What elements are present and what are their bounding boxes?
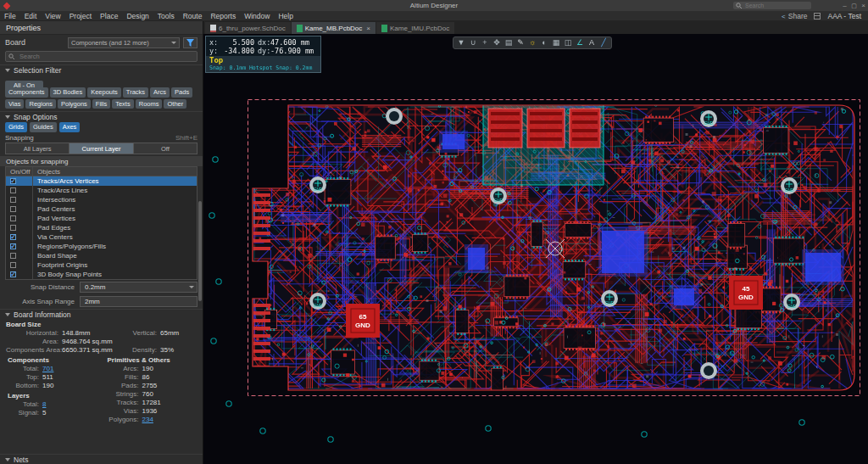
filter-button-keepouts[interactable]: Keepouts bbox=[87, 87, 121, 98]
snap-checkbox[interactable] bbox=[10, 243, 16, 249]
minimize-button[interactable] bbox=[840, 0, 849, 11]
menu-item-reports[interactable]: Reports bbox=[206, 12, 240, 20]
stat-link[interactable]: 701 bbox=[42, 365, 53, 373]
close-button[interactable] bbox=[859, 0, 868, 11]
panel-scrollbar-thumb[interactable] bbox=[198, 201, 202, 301]
stat-label: Tracks: bbox=[102, 399, 142, 407]
filter-button-fills[interactable]: Fills bbox=[92, 99, 110, 109]
section-nets[interactable]: Nets bbox=[0, 454, 203, 464]
snap-object-row[interactable]: Via Centers bbox=[6, 232, 197, 242]
section-snap-options[interactable]: Snap Options bbox=[0, 111, 203, 121]
menu-item-design[interactable]: Design bbox=[122, 12, 153, 20]
workspace-layout-icon[interactable] bbox=[814, 13, 821, 20]
filter-button-vias[interactable]: Vias bbox=[5, 99, 24, 109]
stat-link[interactable]: 8 bbox=[42, 400, 46, 409]
axis-snap-range-row: Axis Snap Range bbox=[0, 294, 203, 309]
chevron-down-icon[interactable] bbox=[189, 286, 194, 288]
panel-header[interactable]: Properties bbox=[0, 21, 203, 35]
filter-button-pads[interactable]: Pads bbox=[171, 87, 192, 98]
bulb-icon[interactable]: ☼ bbox=[528, 37, 537, 48]
schematic-doc-icon bbox=[210, 25, 216, 32]
tab-close-icon[interactable] bbox=[366, 25, 370, 32]
snap-object-row[interactable]: Tracks/Arcs Vertices bbox=[6, 176, 197, 186]
section-selection-filter[interactable]: Selection Filter bbox=[0, 64, 203, 75]
snapping-mode-all-layers[interactable]: All Layers bbox=[6, 143, 70, 154]
contrast-icon[interactable]: ◐ bbox=[540, 37, 548, 48]
snap-checkbox[interactable] bbox=[10, 262, 16, 268]
menu-item-route[interactable]: Route bbox=[179, 12, 207, 20]
hud-dx-value: 47.600 mm bbox=[270, 38, 309, 47]
filter-button-3d-bodies[interactable]: 3D Bodies bbox=[50, 87, 86, 98]
panel-search-input[interactable] bbox=[18, 52, 194, 61]
axis-snap-range-input[interactable] bbox=[80, 296, 198, 307]
snap-checkbox[interactable] bbox=[10, 234, 16, 240]
filter-button-other[interactable]: Other bbox=[164, 99, 186, 109]
snap-object-row[interactable]: Board Shape bbox=[6, 251, 197, 260]
probe-icon[interactable]: ╱ bbox=[599, 37, 608, 48]
global-search-input[interactable] bbox=[745, 3, 809, 8]
snap-checkbox[interactable] bbox=[10, 271, 16, 277]
snap-option-axes[interactable]: Axes bbox=[59, 122, 81, 132]
menu-item-project[interactable]: Project bbox=[65, 12, 96, 20]
text-icon[interactable]: A bbox=[587, 37, 596, 48]
menu-item-window[interactable]: Window bbox=[240, 12, 274, 20]
snap-checkbox[interactable] bbox=[10, 178, 16, 184]
snap-object-row[interactable]: Intersections bbox=[6, 195, 197, 204]
menu-item-tools[interactable]: Tools bbox=[153, 12, 179, 20]
snap-checkbox[interactable] bbox=[10, 225, 16, 231]
snap-checkbox[interactable] bbox=[10, 187, 16, 193]
filter-button-texts[interactable]: Texts bbox=[112, 99, 134, 109]
snap-checkbox[interactable] bbox=[10, 197, 16, 203]
filter-button-regions[interactable]: Regions bbox=[25, 99, 56, 109]
snap-checkbox[interactable] bbox=[10, 253, 16, 259]
add-grid-icon[interactable]: + bbox=[481, 37, 489, 48]
menu-item-edit[interactable]: Edit bbox=[20, 12, 42, 20]
filter-button-arcs[interactable]: Arcs bbox=[150, 87, 170, 98]
snap-distance-input[interactable] bbox=[80, 282, 198, 293]
measure-icon[interactable]: ∠ bbox=[576, 37, 584, 48]
filter-funnel-button[interactable] bbox=[183, 37, 198, 48]
document-tab[interactable]: 6_thru_power.SchDoc bbox=[205, 22, 291, 34]
snap-option-grids[interactable]: Grids bbox=[5, 122, 27, 132]
filter-icon[interactable]: ▼ bbox=[457, 37, 465, 48]
grid-icon[interactable]: ▦ bbox=[552, 37, 560, 48]
snap-checkbox[interactable] bbox=[10, 206, 16, 212]
snapping-mode-current-layer[interactable]: Current Layer bbox=[70, 143, 133, 154]
snap-object-row[interactable]: Footprint Origins bbox=[6, 260, 197, 270]
share-button[interactable]: Share bbox=[782, 12, 807, 20]
mask-icon[interactable]: ◫ bbox=[564, 37, 572, 48]
filter-button-polygons[interactable]: Polygons bbox=[58, 99, 91, 109]
snap-object-row[interactable]: Track/Arcs Lines bbox=[6, 186, 197, 195]
filter-button-components[interactable]: Components bbox=[5, 87, 48, 98]
snap-object-row[interactable]: Pad Centers bbox=[6, 204, 197, 214]
stat-link[interactable]: 234 bbox=[142, 416, 153, 424]
snapping-mode-off[interactable]: Off bbox=[134, 143, 197, 154]
maximize-button[interactable] bbox=[849, 0, 859, 11]
scope-dropdown[interactable]: Components (and 12 more) bbox=[68, 37, 180, 48]
snap-magnet-icon[interactable]: ∪ bbox=[469, 37, 477, 48]
pcb-canvas[interactable] bbox=[203, 34, 867, 464]
section-board-information[interactable]: Board Information bbox=[0, 309, 203, 319]
move-icon[interactable]: ✥ bbox=[492, 37, 501, 48]
filter-button-tracks[interactable]: Tracks bbox=[123, 87, 148, 98]
board-icon[interactable]: ▤ bbox=[504, 37, 513, 48]
panel-search[interactable] bbox=[5, 51, 198, 62]
snap-object-row[interactable]: Regions/Polygons/Fills bbox=[6, 242, 197, 251]
menu-item-view[interactable]: View bbox=[41, 12, 64, 20]
snap-option-guides[interactable]: Guides bbox=[30, 122, 57, 132]
snap-distance-value[interactable] bbox=[83, 282, 187, 292]
snap-object-row[interactable]: Pad Edges bbox=[6, 223, 197, 232]
global-search[interactable] bbox=[733, 2, 811, 9]
axis-snap-range-value[interactable] bbox=[83, 297, 194, 306]
menu-item-help[interactable]: Help bbox=[274, 12, 297, 20]
document-tab[interactable]: Kame_IMU.PcbDoc bbox=[376, 22, 454, 34]
filter-button-rooms[interactable]: Rooms bbox=[136, 99, 163, 109]
edit-pencil-icon[interactable]: ✎ bbox=[516, 37, 525, 48]
license-user-label[interactable]: AAA - Test bbox=[827, 12, 861, 20]
document-tab[interactable]: Kame_MB.PcbDoc bbox=[292, 22, 376, 34]
snap-object-row[interactable]: Pad Vertices bbox=[6, 214, 197, 223]
snap-object-row[interactable]: 3D Body Snap Points bbox=[6, 270, 197, 279]
menu-item-file[interactable]: File bbox=[0, 12, 20, 20]
menu-item-place[interactable]: Place bbox=[96, 12, 122, 20]
snap-checkbox[interactable] bbox=[10, 215, 16, 221]
